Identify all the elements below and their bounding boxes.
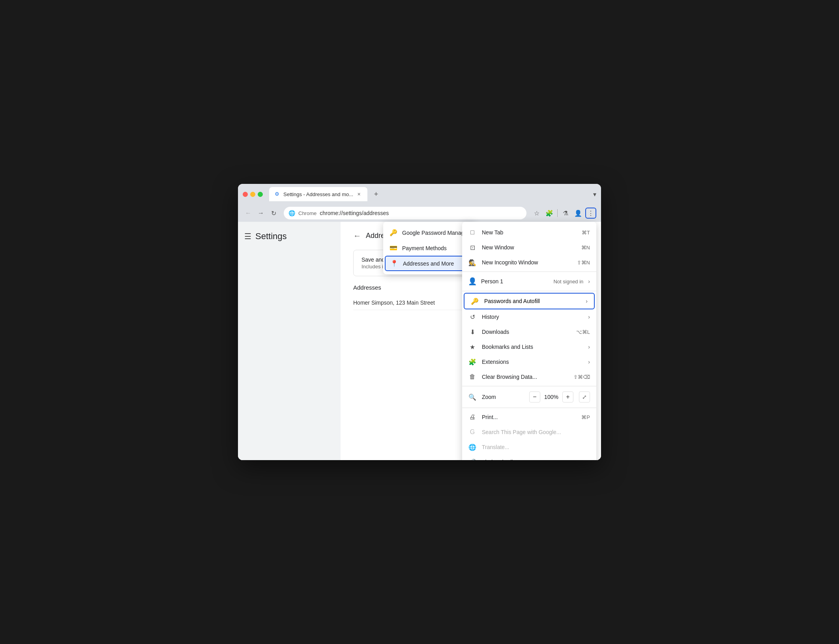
forward-button[interactable]: → (255, 208, 266, 219)
zoom-fullscreen-button[interactable]: ⤢ (579, 391, 590, 402)
passwords-autofill-icon: 🔑 (471, 297, 479, 305)
submenu-label-google-password-manager: Google Password Manager (402, 230, 469, 236)
new-tab-label: New Tab (482, 229, 576, 236)
password-manager-icon: 🔑 (390, 229, 397, 236)
menu-divider-4 (462, 408, 596, 408)
zoom-value: 100% (543, 394, 559, 400)
bookmark-icon[interactable]: ☆ (531, 208, 542, 219)
submenu-label-addresses-and-more: Addresses and More (403, 260, 454, 267)
profile-icon[interactable]: 👤 (573, 208, 584, 219)
new-window-icon: ⊡ (468, 243, 476, 251)
chrome-favicon: 🌐 (288, 210, 295, 216)
menu-item-bookmarks[interactable]: ★ Bookmarks and Lists › (462, 339, 596, 354)
labs-icon[interactable]: ⚗ (560, 208, 571, 219)
active-tab[interactable]: ⚙ Settings - Addresses and mo... ✕ (269, 187, 367, 201)
menu-item-print[interactable]: 🖨 Print... ⌘P (462, 410, 596, 425)
submenu-label-payment-methods: Payment Methods (402, 245, 447, 251)
addresses-back-button[interactable]: ← (353, 231, 361, 240)
find-edit-icon: 🔎 (468, 458, 476, 460)
submenu-item-addresses-and-more[interactable]: 📍 Addresses and More (385, 256, 474, 271)
chrome-label: Chrome (298, 210, 316, 216)
chrome-menu-button[interactable]: ⋮ (585, 208, 596, 219)
extensions-menu-icon: 🧩 (468, 358, 476, 366)
menu-item-translate: 🌐 Translate... (462, 440, 596, 455)
maximize-button[interactable] (258, 192, 263, 197)
downloads-label: Downloads (482, 329, 571, 335)
menu-zoom-row: 🔍 Zoom − 100% + ⤢ (462, 388, 596, 406)
menu-item-new-window[interactable]: ⊡ New Window ⌘N (462, 240, 596, 255)
zoom-icon: 🔍 (468, 393, 476, 401)
tab-expand-button[interactable]: ▾ (593, 191, 596, 198)
person-arrow-icon: › (588, 278, 590, 285)
incognito-icon: 🕵 (468, 258, 476, 266)
menu-item-history[interactable]: ↺ History › (462, 309, 596, 324)
bookmarks-arrow-icon: › (588, 344, 590, 350)
zoom-label: Zoom (482, 394, 524, 400)
submenu-item-payment-methods[interactable]: 💳 Payment Methods (383, 240, 476, 256)
clear-browsing-icon: 🗑 (468, 373, 476, 381)
tab-close-button[interactable]: ✕ (356, 191, 362, 197)
menu-item-new-tab[interactable]: □ New Tab ⌘T (462, 225, 596, 240)
addresses-icon: 📍 (390, 260, 398, 267)
new-tab-icon: □ (468, 228, 476, 236)
downloads-icon: ⬇ (468, 328, 476, 336)
back-button[interactable]: ← (243, 208, 254, 219)
history-icon: ↺ (468, 313, 476, 321)
zoom-controls: − 100% + (529, 391, 573, 402)
print-icon: 🖨 (468, 413, 476, 421)
print-label: Print... (482, 414, 576, 420)
extensions-arrow-icon: › (588, 359, 590, 365)
incognito-shortcut: ⇧⌘N (577, 260, 590, 266)
menu-item-find-edit[interactable]: 🔎 Find and Edit › (462, 455, 596, 460)
toolbar: ← → ↻ 🌐 Chrome chrome://settings/address… (238, 204, 601, 222)
menu-item-passwords-autofill[interactable]: 🔑 Passwords and Autofill › (464, 293, 595, 309)
translate-icon: 🌐 (468, 443, 476, 451)
menu-item-search-page: G Search This Page with Google... (462, 425, 596, 440)
settings-header: ☰ Settings (238, 228, 341, 248)
find-edit-label: Find and Edit (482, 459, 582, 460)
autofill-submenu: 🔑 Google Password Manager 💳 Payment Meth… (383, 222, 476, 274)
minimize-button[interactable] (250, 192, 255, 197)
title-bar: ⚙ Settings - Addresses and mo... ✕ + ▾ (238, 184, 601, 204)
menu-item-extensions[interactable]: 🧩 Extensions › (462, 354, 596, 369)
sidebar: ☰ Settings (238, 222, 341, 460)
reload-button[interactable]: ↻ (268, 208, 279, 219)
extensions-icon[interactable]: 🧩 (544, 208, 555, 219)
zoom-in-button[interactable]: + (562, 391, 573, 402)
menu-item-person[interactable]: 👤 Person 1 Not signed in › (462, 273, 596, 289)
new-window-label: New Window (482, 244, 576, 251)
menu-item-clear-browsing[interactable]: 🗑 Clear Browsing Data... ⇧⌘⌫ (462, 369, 596, 384)
submenu-item-google-password-manager[interactable]: 🔑 Google Password Manager (383, 225, 476, 240)
downloads-shortcut: ⌥⌘L (576, 329, 590, 335)
menu-divider-1 (462, 271, 596, 272)
zoom-out-button[interactable]: − (529, 391, 540, 402)
url-text: chrome://settings/addresses (320, 210, 522, 216)
history-label: History (482, 314, 582, 320)
passwords-autofill-label: Passwords and Autofill (484, 298, 580, 304)
close-button[interactable] (243, 192, 248, 197)
chrome-menu: □ New Tab ⌘T ⊡ New Window ⌘N 🕵 New Incog… (462, 222, 596, 460)
settings-title: Settings (255, 231, 287, 242)
tab-title: Settings - Addresses and mo... (283, 191, 353, 197)
incognito-label: New Incognito Window (482, 259, 571, 266)
bookmarks-label: Bookmarks and Lists (482, 344, 582, 350)
menu-item-new-incognito[interactable]: 🕵 New Incognito Window ⇧⌘N (462, 255, 596, 270)
menu-divider-3 (462, 386, 596, 386)
clear-browsing-shortcut: ⇧⌘⌫ (573, 374, 590, 380)
new-tab-shortcut: ⌘T (582, 230, 590, 236)
person-name: Person 1 (481, 278, 549, 285)
menu-item-downloads[interactable]: ⬇ Downloads ⌥⌘L (462, 324, 596, 339)
search-page-icon: G (468, 428, 476, 436)
history-arrow-icon: › (588, 314, 590, 320)
menu-divider-2 (462, 291, 596, 291)
toolbar-icons: ☆ 🧩 ⚗ 👤 ⋮ (531, 208, 596, 219)
new-window-shortcut: ⌘N (581, 245, 590, 251)
new-tab-button[interactable]: + (371, 189, 382, 200)
toolbar-divider (557, 209, 558, 217)
bookmarks-icon: ★ (468, 343, 476, 351)
address-bar[interactable]: 🌐 Chrome chrome://settings/addresses (284, 207, 526, 219)
person-status: Not signed in (553, 279, 583, 285)
payment-methods-icon: 💳 (390, 244, 397, 252)
traffic-lights (243, 192, 263, 197)
hamburger-icon[interactable]: ☰ (244, 232, 251, 241)
